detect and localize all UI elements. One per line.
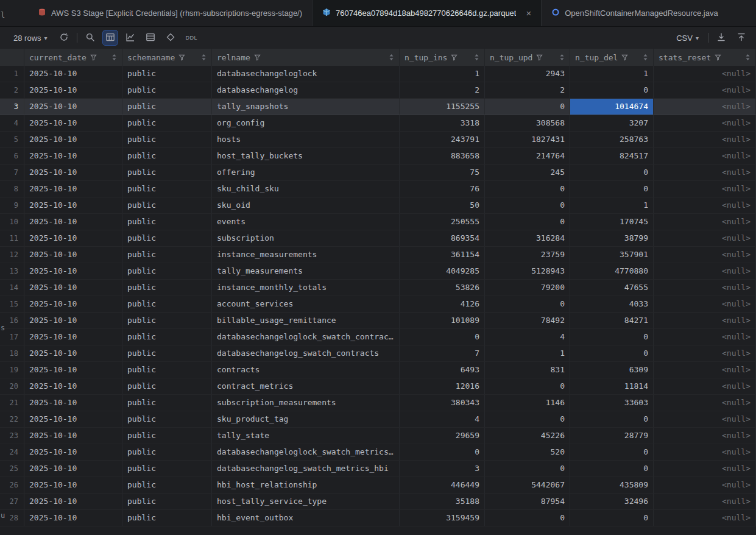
cell-n_tup_del[interactable]: 3207 xyxy=(570,115,654,131)
cell-n_tup_upd[interactable]: 23759 xyxy=(485,247,570,263)
cell-stats_reset[interactable]: <null> xyxy=(654,362,756,378)
sort-icon[interactable] xyxy=(389,54,394,61)
cell-relname[interactable]: sku_child_sku xyxy=(212,181,400,197)
cell-n_tup_ins[interactable]: 29659 xyxy=(400,428,485,444)
cell-n_tup_upd[interactable]: 308568 xyxy=(485,115,570,131)
cell-stats_reset[interactable]: <null> xyxy=(654,197,756,213)
filter-icon[interactable] xyxy=(451,54,457,61)
cell-current_date[interactable]: 2025-10-10 xyxy=(24,165,122,180)
cell-schemaname[interactable]: public xyxy=(122,395,212,411)
cell-current_date[interactable]: 2025-10-10 xyxy=(24,395,122,411)
cell-n_tup_upd[interactable]: 5128943 xyxy=(485,263,570,279)
cell-relname[interactable]: sku_product_tag xyxy=(212,411,400,427)
cell-relname[interactable]: billable_usage_remittance xyxy=(212,313,400,328)
cell-current_date[interactable]: 2025-10-10 xyxy=(24,296,122,312)
cell-n_tup_upd[interactable]: 0 xyxy=(485,214,570,230)
row-number[interactable]: 3 xyxy=(0,99,24,115)
cell-current_date[interactable]: 2025-10-10 xyxy=(24,313,122,328)
cell-schemaname[interactable]: public xyxy=(122,461,212,477)
cell-n_tup_upd[interactable]: 520 xyxy=(485,444,570,460)
cell-n_tup_upd[interactable]: 214764 xyxy=(485,148,570,164)
cell-relname[interactable]: contract_metrics xyxy=(212,378,400,394)
cell-relname[interactable]: contracts xyxy=(212,362,400,378)
cell-n_tup_ins[interactable]: 0 xyxy=(400,444,485,460)
cell-n_tup_upd[interactable]: 4 xyxy=(485,329,570,345)
row-number[interactable]: 4 xyxy=(0,115,24,131)
cell-n_tup_del[interactable]: 0 xyxy=(570,82,654,98)
cell-relname[interactable]: host_tally_buckets xyxy=(212,148,400,164)
cell-n_tup_del[interactable]: 0 xyxy=(570,329,654,345)
row-number[interactable]: 11 xyxy=(0,230,24,246)
cell-n_tup_del[interactable]: 0 xyxy=(570,444,654,460)
sort-icon[interactable] xyxy=(201,54,207,61)
cell-schemaname[interactable]: public xyxy=(122,345,212,361)
sort-icon[interactable] xyxy=(474,54,479,61)
refresh-button[interactable] xyxy=(57,30,71,45)
cell-schemaname[interactable]: public xyxy=(122,329,212,345)
cell-n_tup_del[interactable]: 0 xyxy=(570,411,654,427)
cell-n_tup_upd[interactable]: 2943 xyxy=(485,66,570,82)
row-number[interactable]: 25 xyxy=(0,461,24,477)
cell-stats_reset[interactable]: <null> xyxy=(654,115,756,131)
cell-stats_reset[interactable]: <null> xyxy=(654,444,756,460)
cell-n_tup_del[interactable]: 4770880 xyxy=(570,263,654,279)
cell-stats_reset[interactable]: <null> xyxy=(654,263,756,279)
row-number[interactable]: 22 xyxy=(0,411,24,427)
sort-icon[interactable] xyxy=(745,54,751,61)
cell-n_tup_del[interactable]: 28779 xyxy=(570,428,654,444)
cell-stats_reset[interactable]: <null> xyxy=(654,66,756,82)
cell-current_date[interactable]: 2025-10-10 xyxy=(24,148,122,164)
cell-relname[interactable]: instance_monthly_totals xyxy=(212,280,400,296)
cell-n_tup_ins[interactable]: 53826 xyxy=(400,280,485,296)
cell-relname[interactable]: databasechangelog_swatch_metrics_hbi xyxy=(212,461,400,477)
cell-current_date[interactable]: 2025-10-10 xyxy=(24,510,122,526)
cell-n_tup_ins[interactable]: 1 xyxy=(400,66,485,82)
cell-schemaname[interactable]: public xyxy=(122,411,212,427)
filter-icon[interactable] xyxy=(621,54,628,61)
filter-icon[interactable] xyxy=(178,54,185,61)
cell-relname[interactable]: offering xyxy=(212,165,400,180)
cell-n_tup_del[interactable]: 33603 xyxy=(570,395,654,411)
cell-stats_reset[interactable]: <null> xyxy=(654,132,756,147)
cell-n_tup_upd[interactable]: 0 xyxy=(485,378,570,394)
cell-relname[interactable]: databasechangelog_swatch_contracts xyxy=(212,345,400,361)
cell-schemaname[interactable]: public xyxy=(122,444,212,460)
row-number[interactable]: 23 xyxy=(0,428,24,444)
cell-current_date[interactable]: 2025-10-10 xyxy=(24,280,122,296)
cell-n_tup_ins[interactable]: 250555 xyxy=(400,214,485,230)
cell-stats_reset[interactable]: <null> xyxy=(654,247,756,263)
cell-n_tup_ins[interactable]: 4049285 xyxy=(400,263,485,279)
cell-current_date[interactable]: 2025-10-10 xyxy=(24,247,122,263)
cell-current_date[interactable]: 2025-10-10 xyxy=(24,477,122,493)
table-view-button[interactable] xyxy=(103,30,118,45)
cell-n_tup_upd[interactable]: 45226 xyxy=(485,428,570,444)
cell-current_date[interactable]: 2025-10-10 xyxy=(24,461,122,477)
cell-n_tup_del[interactable]: 1 xyxy=(570,66,654,82)
cell-schemaname[interactable]: public xyxy=(122,197,212,213)
cell-current_date[interactable]: 2025-10-10 xyxy=(24,82,122,98)
cell-current_date[interactable]: 2025-10-10 xyxy=(24,362,122,378)
cell-current_date[interactable]: 2025-10-10 xyxy=(24,329,122,345)
cell-relname[interactable]: subscription_measurements xyxy=(212,395,400,411)
cell-current_date[interactable]: 2025-10-10 xyxy=(24,132,122,147)
cell-stats_reset[interactable]: <null> xyxy=(654,428,756,444)
cell-n_tup_del[interactable]: 11814 xyxy=(570,378,654,394)
ddl-button[interactable]: DDL xyxy=(183,32,200,43)
row-number[interactable]: 21 xyxy=(0,395,24,411)
cell-relname[interactable]: sku_oid xyxy=(212,197,400,213)
cell-n_tup_upd[interactable]: 5442067 xyxy=(485,477,570,493)
cell-n_tup_upd[interactable]: 0 xyxy=(485,510,570,526)
cell-n_tup_del[interactable]: 170745 xyxy=(570,214,654,230)
value-editor-button[interactable] xyxy=(163,30,178,45)
row-number[interactable]: 8 xyxy=(0,181,24,197)
tab-parquet-file[interactable]: 760746ea07894d18ab4982770626646d.gz.parq… xyxy=(313,0,542,26)
cell-schemaname[interactable]: public xyxy=(122,280,212,296)
cell-relname[interactable]: databasechangeloglock_swatch_contrac… xyxy=(212,329,400,345)
cell-schemaname[interactable]: public xyxy=(122,362,212,378)
cell-n_tup_del[interactable]: 0 xyxy=(570,165,654,180)
column-header-n_tup_del[interactable]: n_tup_del xyxy=(570,49,654,66)
cell-n_tup_ins[interactable]: 3 xyxy=(400,461,485,477)
cell-schemaname[interactable]: public xyxy=(122,115,212,131)
cell-current_date[interactable]: 2025-10-10 xyxy=(24,428,122,444)
cell-relname[interactable]: host_tally_service_type xyxy=(212,494,400,509)
